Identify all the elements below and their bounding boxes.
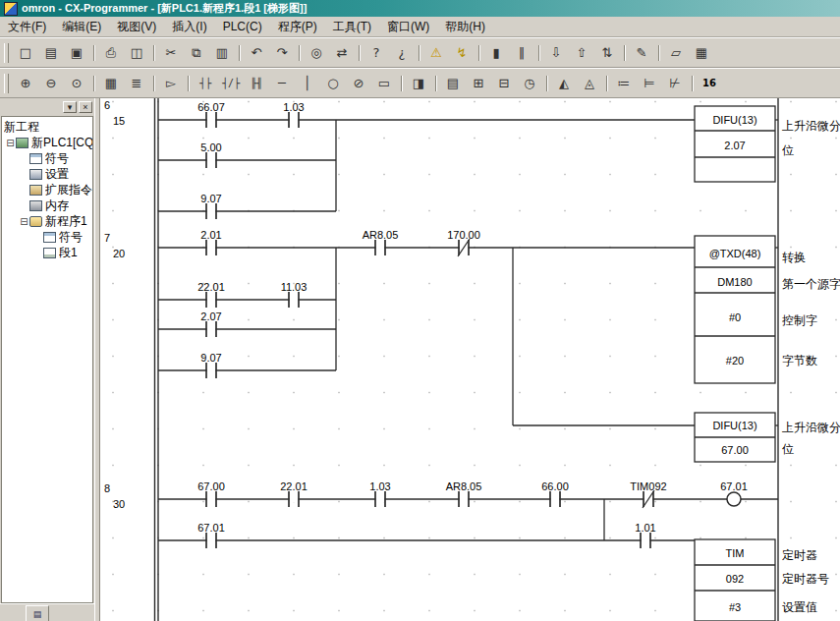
tree-item-memory[interactable]: 内存 (2, 198, 92, 213)
new-or-contact-button[interactable]: ╟╢ (244, 72, 269, 95)
edit-fb-button[interactable]: ◨ (406, 72, 431, 95)
select-tool-button[interactable]: ▻ (158, 72, 184, 95)
tree-item-settings[interactable]: 设置 (2, 166, 92, 182)
tree-item-section1[interactable]: 段1 (2, 245, 92, 260)
ladder-contact[interactable]: 9.07 (200, 193, 221, 219)
ladder-contact[interactable]: 67.01 (197, 522, 225, 548)
rung-8[interactable]: 8 30 67.00 (104, 480, 829, 621)
print-preview-button[interactable]: ◫ (124, 41, 149, 65)
copy-button[interactable]: ⧉ (184, 41, 209, 65)
ladder-contact[interactable]: 66.00 (541, 480, 569, 507)
new-closed-coil-button[interactable]: ⊘ (346, 72, 371, 95)
monitor-data-button[interactable]: ◭ (551, 72, 577, 95)
print-button[interactable]: ⎙ (98, 41, 124, 65)
show-comments-button[interactable]: ≣ (124, 72, 149, 95)
tree-item-program[interactable]: ⊟ 新程序1 (2, 213, 92, 229)
monitor-button[interactable]: ▮ (483, 41, 509, 65)
toolbar-grip[interactable] (4, 74, 9, 93)
ladder-contact[interactable]: 2.07 (200, 310, 221, 337)
tree-expander-icon[interactable]: ⊟ (19, 216, 29, 227)
help-button[interactable]: ? (364, 41, 389, 65)
ladder-closed-contact[interactable]: 170.00 (447, 229, 480, 256)
online-edit-button[interactable]: ✎ (629, 41, 654, 65)
tree-item-plc[interactable]: ⊟ 新PLC1[CQM1] (2, 135, 92, 150)
menu-plc[interactable]: PLC(C) (215, 18, 270, 35)
binary-display-button[interactable]: 16 (697, 72, 722, 95)
rung-6[interactable]: 6 15 66.07 (104, 99, 840, 219)
pause-button[interactable]: ‖ (509, 41, 534, 65)
menu-window[interactable]: 窗口(W) (379, 17, 437, 37)
ladder-contact[interactable]: 2.01 (200, 229, 221, 255)
compile-button[interactable]: ⚠ (423, 41, 449, 65)
tree-item-symbols[interactable]: 符号 (2, 150, 92, 166)
save-button[interactable]: ▣ (64, 41, 89, 65)
tile-windows-button[interactable]: ▦ (689, 41, 714, 65)
set-value-button[interactable]: ≔ (611, 72, 637, 95)
new-closed-contact-button[interactable]: ┤/├ (218, 72, 244, 95)
zoom-fit-button[interactable]: ⊙ (64, 72, 89, 95)
redo-button[interactable]: ↷ (269, 41, 295, 65)
workspace-pin-button[interactable]: ▾ (63, 101, 77, 113)
download-button[interactable]: ⇩ (543, 41, 569, 65)
diff-monitor-button[interactable]: ◬ (577, 72, 602, 95)
new-button[interactable]: □ (13, 41, 38, 65)
ladder-contact[interactable]: 11.03 (281, 281, 308, 308)
force-on-button[interactable]: ⊨ (637, 72, 662, 95)
section-list-button[interactable]: ▤ (440, 72, 466, 95)
workspace-close-button[interactable]: × (79, 101, 92, 113)
find-button[interactable]: ◎ (304, 41, 329, 65)
vertical-line-button[interactable]: │ (295, 72, 320, 95)
address-reference-button[interactable]: ⊟ (491, 72, 517, 95)
open-button[interactable]: ▤ (38, 41, 64, 65)
horizontal-line-button[interactable]: ─ (269, 72, 295, 95)
new-contact-button[interactable]: ┤├ (193, 72, 218, 95)
replace-button[interactable]: ⇄ (329, 41, 355, 65)
ladder-contact[interactable]: 1.03 (283, 101, 304, 128)
instruction-box-difu[interactable]: DIFU(13) 67.00 (695, 413, 775, 462)
zoom-out-button[interactable]: ⊖ (38, 72, 64, 95)
ladder-contact[interactable]: 1.01 (635, 522, 655, 548)
tree-item-project[interactable]: 新工程 (2, 119, 92, 135)
menu-program[interactable]: 程序(P) (270, 17, 325, 37)
ladder-contact[interactable]: 5.00 (200, 141, 221, 168)
cross-reference-button[interactable]: ⊞ (466, 72, 491, 95)
toolbar-grip[interactable] (4, 43, 9, 63)
ladder-contact[interactable]: AR8.05 (363, 229, 399, 255)
compare-button[interactable]: ⇅ (594, 41, 620, 65)
zoom-in-button[interactable]: ⊕ (13, 72, 38, 95)
ladder-editor[interactable]: 6 15 66.07 (100, 98, 840, 621)
ladder-contact[interactable]: 67.00 (197, 480, 225, 507)
instruction-box-tim[interactable]: TIM 092 #3 (695, 539, 775, 621)
context-help-button[interactable]: ¿ (389, 41, 415, 65)
cascade-windows-button[interactable]: ▱ (663, 41, 689, 65)
menu-tools[interactable]: 工具(T) (325, 17, 379, 37)
upload-button[interactable]: ⇧ (569, 41, 594, 65)
new-instruction-button[interactable]: ▭ (371, 72, 397, 95)
ladder-contact[interactable]: 1.03 (369, 480, 390, 507)
watch-window-button[interactable]: ◷ (517, 72, 542, 95)
rung-7[interactable]: 7 20 (104, 229, 840, 462)
work-online-button[interactable]: ↯ (449, 41, 475, 65)
ladder-contact[interactable]: 9.07 (200, 352, 221, 378)
instruction-box-txd[interactable]: @TXD(48) DM180 #0 #20 (695, 236, 775, 383)
tree-expander-icon[interactable]: ⊟ (5, 138, 16, 148)
ladder-contact[interactable]: 22.01 (197, 281, 225, 308)
menu-edit[interactable]: 编辑(E) (54, 17, 109, 37)
menu-insert[interactable]: 插入(I) (164, 17, 214, 37)
instruction-box-difu[interactable]: DIFU(13) 2.07 (695, 106, 775, 182)
force-off-button[interactable]: ⊬ (662, 72, 688, 95)
show-grid-button[interactable]: ▦ (98, 72, 124, 95)
tree-item-expansion-instructions[interactable]: 扩展指令 (2, 182, 92, 198)
ladder-contact[interactable]: 22.01 (280, 480, 308, 507)
project-workspace-tab[interactable]: ▤ (26, 605, 49, 621)
tree-item-program-symbols[interactable]: 符号 (2, 229, 92, 245)
cut-button[interactable]: ✂ (158, 41, 184, 65)
menu-view[interactable]: 视图(V) (109, 17, 164, 37)
ladder-contact[interactable]: AR8.05 (446, 480, 482, 507)
new-coil-button[interactable]: ○ (320, 72, 346, 95)
menu-help[interactable]: 帮助(H) (437, 17, 493, 37)
ladder-contact[interactable]: 66.07 (197, 101, 225, 128)
paste-button[interactable]: ▥ (209, 41, 235, 65)
ladder-coil[interactable]: 67.01 (720, 480, 748, 506)
undo-button[interactable]: ↶ (244, 41, 269, 65)
